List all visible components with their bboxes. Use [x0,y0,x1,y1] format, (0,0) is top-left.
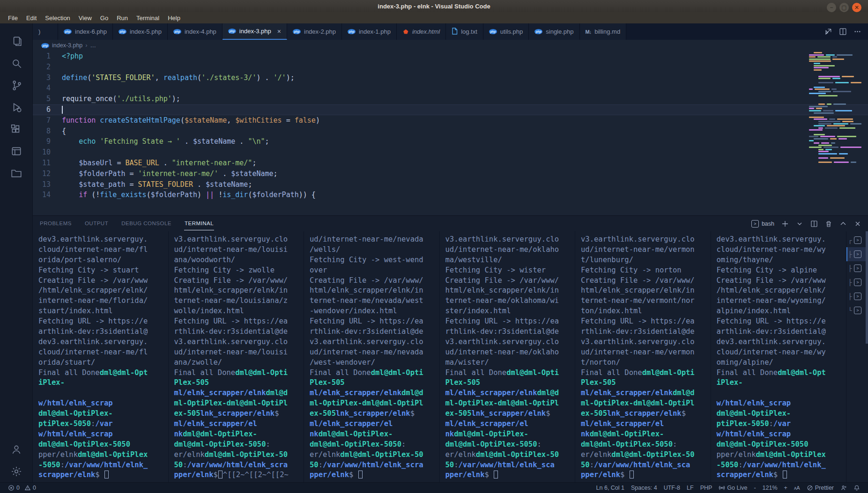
terminal-pane-6[interactable]: dev3.earthlink.serverguy.cloud/internet-… [711,231,847,482]
menu-go[interactable]: Go [96,13,112,23]
markdown-icon: M↓ [586,29,592,35]
terminal-icon: > [854,236,861,244]
terminal-shell-selector[interactable]: > bash [751,220,774,228]
status-notifications[interactable] [850,485,863,491]
breadcrumb-more[interactable]: … [90,42,96,49]
account-icon[interactable] [6,438,27,460]
tab-index.html[interactable]: ⬟index.html [397,23,446,40]
terminal-cursor [783,471,787,478]
code-line-9: 9 echo 'Fetching State → ' . $stateName … [33,136,868,147]
new-terminal-icon[interactable] [781,220,789,228]
more-actions-icon[interactable] [853,28,861,36]
live-server-icon[interactable] [6,140,27,162]
breadcrumb-file[interactable]: index-3.php [52,42,82,49]
minimap[interactable] [809,52,861,164]
terminal-pane-5[interactable]: v3.earthlink.serverguy.cloud/internet-ne… [575,231,711,482]
split-terminal-icon[interactable] [810,220,818,228]
php-icon: php [534,29,542,34]
status-indentation[interactable]: Spaces: 4 [628,485,660,491]
html5-icon: ⬟ [402,29,409,35]
status-eol[interactable]: LF [683,485,697,491]
run-debug-icon[interactable] [6,96,27,118]
text-cursor [62,106,63,114]
status-prettier[interactable]: Prettier [803,485,837,491]
terminal-session-6[interactable]: └> [846,303,868,317]
source-control-icon[interactable] [6,74,27,96]
terminal-session-2[interactable]: ├> [846,247,868,261]
close-button[interactable]: ✕ [852,3,861,12]
menu-selection[interactable]: Selection [41,13,74,23]
panel-tab-output[interactable]: OUTPUT [84,217,109,230]
menu-run[interactable]: Run [112,13,132,23]
status-bar: 0 0 Ln 6, Col 1Spaces: 4UTF-8LFPHPGo Liv… [0,482,868,493]
tab-index-6.php[interactable]: phpindex-6.php [58,23,113,40]
scrollbar[interactable] [866,231,868,344]
tab-index-5.php[interactable]: phpindex-5.php [113,23,168,40]
tab-billing.md[interactable]: M↓billing.md [580,23,627,40]
status-go-live[interactable]: Go Live [715,485,750,491]
code-editor[interactable]: 1<?php23define('STATES_FOLDER', realpath… [33,51,868,215]
kill-terminal-icon[interactable] [825,220,832,228]
split-editor-icon[interactable] [839,28,847,36]
window-title: index-3.php - elnk - Visual Studio Code [378,3,490,10]
tab-index-1.php[interactable]: phpindex-1.php [342,23,397,40]
terminal-area: dev3.earthlink.serverguy.cloud/internet-… [33,231,868,482]
explorer-icon[interactable] [6,30,27,52]
terminal-icon: > [854,279,861,286]
panel-tab-debug-console[interactable]: DEBUG CONSOLE [121,217,172,230]
php-icon: php [228,29,236,34]
tab-single.php[interactable]: phpsingle.php [529,23,579,40]
menu-help[interactable]: Help [163,13,185,23]
terminal-session-1[interactable]: ┌> [846,233,868,247]
tab-log.txt[interactable]: log.txt [446,23,483,40]
chevron-down-icon[interactable] [796,220,803,228]
code-line-8: 8{ [33,126,868,137]
maximize-panel-icon[interactable] [839,220,847,228]
close-panel-icon[interactable] [854,220,861,228]
terminal-cursor [494,471,498,478]
panel-tab-terminal[interactable]: TERMINAL [184,217,214,230]
status-zoom-level[interactable]: 121% [759,485,781,491]
code-line-4: 4 [33,83,868,94]
open-preview-icon[interactable] [824,28,832,36]
menu-edit[interactable]: Edit [22,13,41,23]
panel-tab-problems[interactable]: PROBLEMS [39,217,72,230]
terminal-session-5[interactable]: ├> [846,289,868,303]
status-font-size[interactable]: ᴀA [791,485,803,491]
php-icon: php [41,43,49,48]
menu-terminal[interactable]: Terminal [132,13,163,23]
terminal-pane-1[interactable]: dev3.earthlink.serverguy.cloud/internet-… [33,231,169,482]
problems-status[interactable]: 0 0 [5,483,39,493]
tab-index-2.php[interactable]: phpindex-2.php [287,23,342,40]
code-line-2: 2 [33,62,868,73]
search-icon[interactable] [6,52,27,74]
terminal-pane-2[interactable]: v3.earthlink.serverguy.cloud/internet-ne… [169,231,304,482]
close-tab-icon[interactable]: × [277,28,281,35]
tab-[interactable]: ) [33,23,58,40]
status-zoom-in[interactable]: + [781,485,791,491]
chevron-right-icon: › [85,42,87,49]
terminal-session-3[interactable]: ├> [846,261,868,275]
terminal-session-4[interactable]: ├> [846,275,868,289]
extensions-icon[interactable] [6,118,27,140]
status-feedback[interactable] [837,485,850,491]
settings-gear-icon[interactable] [6,460,27,482]
terminal-cursor [358,471,363,478]
status-language-mode[interactable]: PHP [697,485,716,491]
menu-file[interactable]: File [4,13,22,23]
terminal-pane-4[interactable]: v3.earthlink.serverguy.cloud/internet-ne… [440,231,576,482]
breadcrumb[interactable]: php index-3.php › … [33,40,868,51]
menu-view[interactable]: View [74,13,96,23]
terminal-pane-3[interactable]: ud/internet-near-me/nevada/wells/Fetchin… [304,231,440,482]
tab-index-4.php[interactable]: phpindex-4.php [168,23,223,40]
maximize-button[interactable]: ▢ [839,3,849,12]
project-folder-icon[interactable] [6,162,27,184]
tab-index-3.php[interactable]: phpindex-3.php× [223,23,287,40]
tab-utils.php[interactable]: phputils.php [483,23,529,40]
status-zoom-out[interactable]: - [750,485,759,491]
status-encoding[interactable]: UTF-8 [660,485,683,491]
status-cursor-position[interactable]: Ln 6, Col 1 [593,485,628,491]
minimize-button[interactable]: − [827,3,836,12]
terminal-icon: > [854,265,861,272]
terminal-cursor [218,471,223,478]
